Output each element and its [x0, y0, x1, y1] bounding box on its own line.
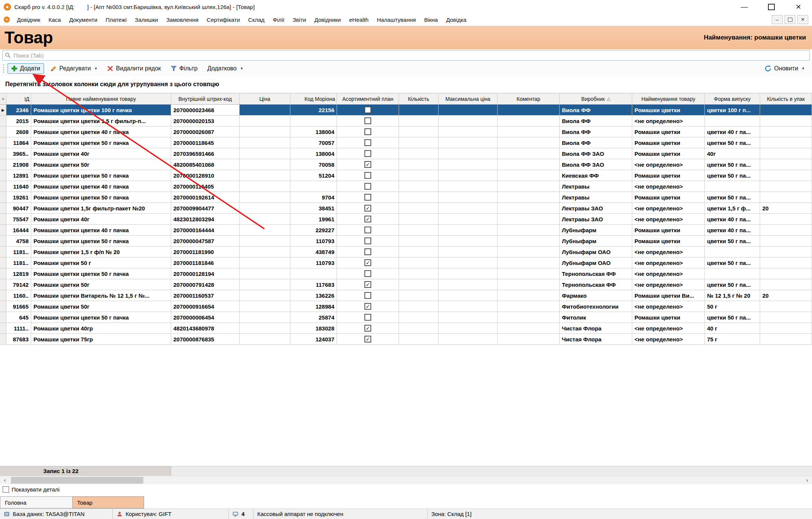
assortment-plan-checkbox[interactable]: ✓	[364, 161, 371, 168]
menu-item-Склад[interactable]: Склад	[244, 17, 269, 23]
assortment-plan-checkbox[interactable]	[364, 117, 371, 124]
column-header-morion[interactable]: Код Моріона	[290, 93, 337, 104]
assortment-plan-checkbox[interactable]	[364, 183, 371, 190]
table-row[interactable]: 2608Ромашки цветки цветки 40 г пачка2070…	[0, 126, 812, 137]
column-header-form[interactable]: Форма випуску	[705, 93, 760, 104]
menu-item-Сертифікати[interactable]: Сертифікати	[203, 17, 244, 23]
scrollbar-thumb[interactable]	[11, 477, 143, 484]
table-row[interactable]: 21908Ромашки цветки 50г48200854010687005…	[0, 159, 812, 170]
table-row[interactable]: 91665Ромашки цветки 50г20700009166541289…	[0, 301, 812, 312]
mdi-restore-button[interactable]	[785, 15, 795, 24]
assortment-plan-checkbox[interactable]	[364, 227, 371, 233]
assortment-plan-checkbox[interactable]	[364, 237, 371, 244]
table-row[interactable]: 2015Ромашки цветки цветки 1,5 г фильтр-п…	[0, 116, 812, 126]
assortment-plan-checkbox[interactable]: ✓	[364, 303, 371, 310]
table-row[interactable]: 1111..Ромашки цветки 40гр482014368097818…	[0, 323, 812, 334]
menu-item-Залишки[interactable]: Залишки	[131, 17, 162, 23]
cell-price	[240, 170, 290, 181]
column-header-pack[interactable]: Кількість в упак	[760, 93, 812, 104]
table-row[interactable]: 1160..Ромашки цветки Витарель № 12 1,5 г…	[0, 290, 812, 301]
column-header-id[interactable]: ІД	[6, 93, 31, 104]
column-header-qty[interactable]: Кількість	[399, 93, 439, 104]
menu-item-Налаштування[interactable]: Налаштування	[373, 17, 420, 23]
tab-home[interactable]: Головна	[0, 496, 73, 508]
search-input[interactable]	[13, 52, 809, 59]
scroll-left-button[interactable]: ‹	[0, 476, 10, 484]
column-header-maxprice[interactable]: Максимальна ціна	[439, 93, 498, 104]
add-button[interactable]: Додати	[8, 63, 44, 74]
menu-item-Каса[interactable]: Каса	[44, 17, 65, 23]
table-row[interactable]: 1181..Ромашки цветки 1,5 г ф/п № 2020700…	[0, 247, 812, 257]
table-row[interactable]: 11640Ромашки цветки цветки 40 г пачка207…	[0, 181, 812, 192]
column-header-vendor[interactable]: Виробник△	[560, 93, 632, 104]
menu-item-Філії[interactable]: Філії	[269, 17, 288, 23]
column-header-plan[interactable]: Асортиментний план	[337, 93, 399, 104]
column-header-price[interactable]: Ціна	[240, 93, 290, 104]
group-by-hint[interactable]: Перетягніть заголовок колонки сюди для у…	[0, 76, 812, 93]
menu-item-Вікна[interactable]: Вікна	[420, 17, 442, 23]
assortment-plan-checkbox[interactable]	[364, 292, 371, 299]
assortment-plan-checkbox[interactable]: ✓	[364, 205, 371, 212]
table-row[interactable]: 11864Ромашки цветки цветки 50 г пачка207…	[0, 137, 812, 148]
filter-button[interactable]: Фільтр	[167, 64, 201, 73]
assortment-plan-checkbox[interactable]	[364, 128, 371, 135]
column-header-barcode[interactable]: Внутрішній штрих-код	[171, 93, 240, 104]
table-row[interactable]: 75547Ромашки цветки 40г48230128032941996…	[0, 214, 812, 225]
scrollbar-track[interactable]	[10, 476, 802, 484]
scroll-right-button[interactable]: ›	[802, 476, 812, 484]
assortment-plan-checkbox[interactable]	[364, 139, 371, 146]
table-row[interactable]: 645Ромашки цветки цветки 50 г пачка20700…	[0, 312, 812, 323]
delete-row-button[interactable]: Видалити рядок	[104, 64, 164, 73]
toolbar-drag-handle[interactable]	[3, 64, 4, 73]
menu-item-Документи[interactable]: Документи	[65, 17, 102, 23]
tab-tovar[interactable]: Товар	[73, 496, 144, 508]
table-row[interactable]: 19261Ромашки цветки цветки 50 г пачка207…	[0, 192, 812, 203]
close-button[interactable]: ×	[785, 0, 812, 14]
refresh-button[interactable]: Оновити ▼	[761, 64, 808, 73]
bottom-tabs: Головна Товар	[0, 495, 812, 508]
menu-item-Звіти[interactable]: Звіти	[288, 17, 310, 23]
edit-button[interactable]: Редагувати ▼	[47, 64, 101, 73]
assortment-plan-checkbox[interactable]: ✓	[364, 281, 371, 288]
assortment-plan-checkbox[interactable]	[364, 107, 371, 113]
cell-pname: <не определено>	[632, 116, 705, 126]
menu-item-Платежі[interactable]: Платежі	[102, 17, 131, 23]
mdi-close-button[interactable]: ×	[797, 15, 808, 24]
maximize-button[interactable]	[758, 0, 785, 14]
table-row[interactable]: 4758Ромашки цветки цветки 50 г пачка2070…	[0, 236, 812, 247]
search-box[interactable]	[2, 50, 810, 61]
assortment-plan-checkbox[interactable]	[364, 248, 371, 255]
column-header-comment[interactable]: Коментар	[498, 93, 560, 104]
table-row[interactable]: 79142Ромашки цветки 50г20700007914281176…	[0, 279, 812, 290]
table-row[interactable]: 12891Ромашки цветки цветки 50 г пачка207…	[0, 170, 812, 181]
table-row[interactable]: 87683Ромашки цветки 75гр2070000876835124…	[0, 334, 812, 345]
assortment-plan-checkbox[interactable]	[364, 270, 371, 277]
assortment-plan-checkbox[interactable]: ✓	[364, 336, 371, 342]
menu-item-Довідка[interactable]: Довідка	[442, 17, 471, 23]
assortment-plan-checkbox[interactable]: ✓	[364, 259, 371, 266]
cell-maxprice	[439, 214, 498, 224]
minimize-button[interactable]: —	[731, 0, 758, 14]
assortment-plan-checkbox[interactable]: ✓	[364, 216, 371, 222]
table-row[interactable]: ▶2346Ромашки цветки цветки 100 г пачка20…	[0, 105, 812, 116]
table-row[interactable]: 3965..Ромашки цветки 40г2070396591466138…	[0, 148, 812, 159]
menu-item-Довідники[interactable]: Довідники	[310, 17, 345, 23]
table-row[interactable]: 12819Ромашки цветки цветки 50 г пачка207…	[0, 268, 812, 279]
show-details-checkbox[interactable]	[3, 486, 9, 493]
assortment-plan-checkbox[interactable]	[364, 194, 371, 201]
table-row[interactable]: 1181..Ромашки цветки 50 г207000118184611…	[0, 257, 812, 268]
table-row[interactable]: 90447Ромашки цветки 1,5г фильтр-пакет №2…	[0, 203, 812, 214]
menu-item-Довідник[interactable]: Довідник	[13, 17, 44, 23]
column-header-name[interactable]: Повне найменування товару	[31, 93, 171, 104]
menu-item-eHealth[interactable]: eHealth	[345, 17, 373, 23]
column-header-pname[interactable]: Найменування товару	[632, 93, 705, 104]
menu-item-Замовлення[interactable]: Замовлення	[162, 17, 202, 23]
assortment-plan-checkbox[interactable]: ✓	[364, 325, 371, 332]
table-row[interactable]: 16444Ромашки цветки цветки 40 г пачка207…	[0, 225, 812, 236]
cell-vendor: Лубныфарм ОАО	[560, 257, 632, 268]
assortment-plan-checkbox[interactable]	[364, 150, 371, 157]
assortment-plan-checkbox[interactable]	[364, 314, 371, 321]
more-button[interactable]: Додатково ▼	[204, 64, 247, 73]
mdi-minimize-button[interactable]: –	[772, 15, 783, 24]
assortment-plan-checkbox[interactable]	[364, 172, 371, 179]
